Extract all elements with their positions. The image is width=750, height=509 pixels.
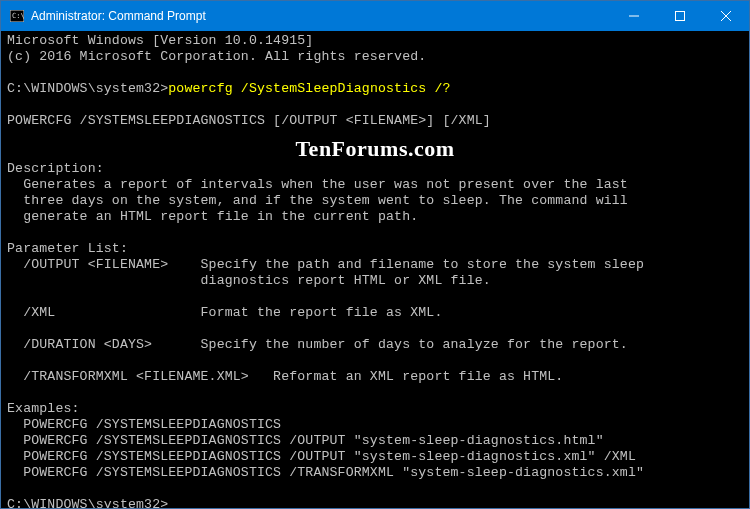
close-button[interactable] bbox=[703, 1, 749, 31]
examples-header: Examples: bbox=[7, 401, 80, 416]
description-header: Description: bbox=[7, 161, 104, 176]
window-controls bbox=[611, 1, 749, 31]
parameter-line: /DURATION <DAYS> Specify the number of d… bbox=[7, 337, 628, 352]
terminal-output[interactable]: Microsoft Windows [Version 10.0.14915] (… bbox=[1, 31, 749, 509]
cursor bbox=[168, 498, 176, 509]
example-line: POWERCFG /SYSTEMSLEEPDIAGNOSTICS /OUTPUT… bbox=[7, 449, 636, 464]
prompt-path: C:\WINDOWS\system32> bbox=[7, 497, 168, 509]
example-line: POWERCFG /SYSTEMSLEEPDIAGNOSTICS bbox=[7, 417, 281, 432]
entered-command: powercfg /SystemSleepDiagnostics /? bbox=[168, 81, 450, 96]
banner-line: (c) 2016 Microsoft Corporation. All righ… bbox=[7, 49, 426, 64]
banner-line: Microsoft Windows [Version 10.0.14915] bbox=[7, 33, 313, 48]
svg-rect-3 bbox=[676, 12, 685, 21]
cmd-icon: C:\ bbox=[9, 8, 25, 24]
maximize-button[interactable] bbox=[657, 1, 703, 31]
parameter-line: /TRANSFORMXML <FILENAME.XML> Reformat an… bbox=[7, 369, 563, 384]
titlebar[interactable]: C:\ Administrator: Command Prompt bbox=[1, 1, 749, 31]
svg-text:C:\: C:\ bbox=[12, 12, 24, 20]
parameter-line: /XML Format the report file as XML. bbox=[7, 305, 442, 320]
parameter-line: /OUTPUT <FILENAME> Specify the path and … bbox=[7, 257, 644, 272]
example-line: POWERCFG /SYSTEMSLEEPDIAGNOSTICS /OUTPUT… bbox=[7, 433, 604, 448]
description-line: generate an HTML report file in the curr… bbox=[7, 209, 418, 224]
description-line: Generates a report of intervals when the… bbox=[7, 177, 628, 192]
minimize-button[interactable] bbox=[611, 1, 657, 31]
description-line: three days on the system, and if the sys… bbox=[7, 193, 628, 208]
parameter-line: diagnostics report HTML or XML file. bbox=[7, 273, 491, 288]
usage-line: POWERCFG /SYSTEMSLEEPDIAGNOSTICS [/OUTPU… bbox=[7, 113, 491, 128]
window-title: Administrator: Command Prompt bbox=[31, 9, 611, 23]
parameter-header: Parameter List: bbox=[7, 241, 128, 256]
prompt-path: C:\WINDOWS\system32> bbox=[7, 81, 168, 96]
watermark-text: TenForums.com bbox=[295, 141, 454, 157]
example-line: POWERCFG /SYSTEMSLEEPDIAGNOSTICS /TRANSF… bbox=[7, 465, 644, 480]
